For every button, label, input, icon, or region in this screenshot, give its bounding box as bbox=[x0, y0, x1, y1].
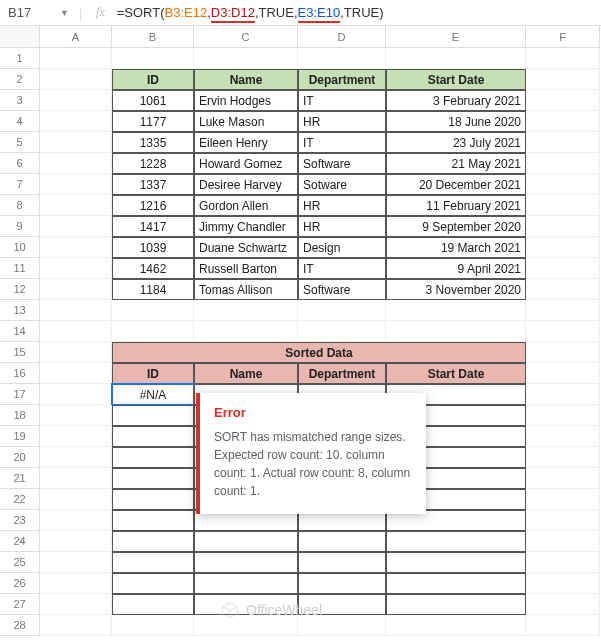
cell[interactable] bbox=[526, 153, 600, 174]
cell[interactable] bbox=[298, 321, 386, 342]
cell[interactable] bbox=[526, 342, 600, 363]
row-header[interactable]: 6 bbox=[0, 153, 40, 174]
cell[interactable] bbox=[112, 300, 194, 321]
cell[interactable] bbox=[298, 48, 386, 69]
cell[interactable]: 1228 bbox=[112, 153, 194, 174]
row-header[interactable]: 7 bbox=[0, 174, 40, 195]
cell[interactable] bbox=[526, 48, 600, 69]
row-header[interactable]: 17 bbox=[0, 384, 40, 405]
cell[interactable] bbox=[526, 573, 600, 594]
cell[interactable] bbox=[40, 489, 112, 510]
cell[interactable] bbox=[526, 531, 600, 552]
cell[interactable] bbox=[298, 300, 386, 321]
cell[interactable]: 1177 bbox=[112, 111, 194, 132]
row-header[interactable]: 3 bbox=[0, 90, 40, 111]
cell[interactable] bbox=[386, 594, 526, 615]
cell[interactable] bbox=[526, 90, 600, 111]
row-header[interactable]: 24 bbox=[0, 531, 40, 552]
cell[interactable]: Sotware bbox=[298, 174, 386, 195]
cell[interactable] bbox=[40, 321, 112, 342]
cell[interactable] bbox=[526, 321, 600, 342]
cell[interactable] bbox=[526, 510, 600, 531]
cell[interactable]: 3 November 2020 bbox=[386, 279, 526, 300]
cell[interactable] bbox=[194, 300, 298, 321]
cell[interactable] bbox=[526, 594, 600, 615]
row-header[interactable]: 21 bbox=[0, 468, 40, 489]
cell[interactable] bbox=[112, 426, 194, 447]
row-header[interactable]: 9 bbox=[0, 216, 40, 237]
cell[interactable] bbox=[526, 279, 600, 300]
row-header[interactable]: 18 bbox=[0, 405, 40, 426]
row-header[interactable]: 2 bbox=[0, 69, 40, 90]
cell[interactable]: ID bbox=[112, 69, 194, 90]
cell[interactable] bbox=[40, 510, 112, 531]
cell[interactable]: 19 March 2021 bbox=[386, 237, 526, 258]
cell[interactable] bbox=[40, 90, 112, 111]
cell[interactable]: 1184 bbox=[112, 279, 194, 300]
cell[interactable] bbox=[194, 615, 298, 636]
cell[interactable]: Eileen Henry bbox=[194, 132, 298, 153]
cell[interactable] bbox=[40, 405, 112, 426]
spreadsheet-grid[interactable]: A B C D E F 12IDNameDepartmentStart Date… bbox=[0, 26, 601, 636]
cell[interactable]: Start Date bbox=[386, 363, 526, 384]
cell[interactable]: Software bbox=[298, 153, 386, 174]
row-header[interactable]: 19 bbox=[0, 426, 40, 447]
cell[interactable] bbox=[526, 195, 600, 216]
cell[interactable] bbox=[40, 363, 112, 384]
cell[interactable] bbox=[40, 468, 112, 489]
name-box-dropdown-icon[interactable]: ▼ bbox=[54, 8, 75, 18]
cell[interactable] bbox=[40, 216, 112, 237]
cell[interactable] bbox=[526, 363, 600, 384]
cell[interactable] bbox=[112, 489, 194, 510]
cell[interactable] bbox=[40, 132, 112, 153]
cell[interactable] bbox=[526, 489, 600, 510]
cell[interactable] bbox=[40, 342, 112, 363]
cell[interactable]: Desiree Harvey bbox=[194, 174, 298, 195]
cell[interactable]: 11 February 2021 bbox=[386, 195, 526, 216]
row-header[interactable]: 13 bbox=[0, 300, 40, 321]
row-header[interactable]: 4 bbox=[0, 111, 40, 132]
cell[interactable]: 23 July 2021 bbox=[386, 132, 526, 153]
row-header[interactable]: 12 bbox=[0, 279, 40, 300]
fx-icon[interactable]: fx bbox=[86, 5, 115, 20]
cell[interactable]: IT bbox=[298, 258, 386, 279]
cell[interactable] bbox=[194, 573, 298, 594]
row-header[interactable]: 26 bbox=[0, 573, 40, 594]
cell[interactable] bbox=[298, 552, 386, 573]
cell[interactable] bbox=[526, 384, 600, 405]
cell[interactable] bbox=[298, 531, 386, 552]
select-all-corner[interactable] bbox=[0, 26, 40, 48]
col-header-C[interactable]: C bbox=[194, 26, 298, 48]
cell[interactable] bbox=[112, 510, 194, 531]
row-header[interactable]: 11 bbox=[0, 258, 40, 279]
row-header[interactable]: 28 bbox=[0, 615, 40, 636]
cell[interactable] bbox=[40, 615, 112, 636]
cell[interactable]: Department bbox=[298, 69, 386, 90]
cell[interactable]: Luke Mason bbox=[194, 111, 298, 132]
cell[interactable] bbox=[386, 321, 526, 342]
cell[interactable] bbox=[298, 573, 386, 594]
cell[interactable] bbox=[194, 552, 298, 573]
col-header-F[interactable]: F bbox=[526, 26, 600, 48]
cell[interactable]: IT bbox=[298, 90, 386, 111]
cell[interactable] bbox=[194, 321, 298, 342]
row-header[interactable]: 20 bbox=[0, 447, 40, 468]
cell[interactable]: 18 June 2020 bbox=[386, 111, 526, 132]
cell[interactable]: Ervin Hodges bbox=[194, 90, 298, 111]
cell[interactable] bbox=[112, 531, 194, 552]
cell[interactable]: Department bbox=[298, 363, 386, 384]
cell[interactable]: Start Date bbox=[386, 69, 526, 90]
cell[interactable] bbox=[40, 279, 112, 300]
cell[interactable]: 1417 bbox=[112, 216, 194, 237]
cell[interactable]: 1337 bbox=[112, 174, 194, 195]
cell[interactable] bbox=[194, 48, 298, 69]
row-header[interactable]: 16 bbox=[0, 363, 40, 384]
cell[interactable]: HR bbox=[298, 111, 386, 132]
col-header-E[interactable]: E bbox=[386, 26, 526, 48]
cell[interactable]: 9 April 2021 bbox=[386, 258, 526, 279]
cell[interactable] bbox=[526, 300, 600, 321]
cell[interactable] bbox=[40, 237, 112, 258]
active-cell[interactable]: #N/A bbox=[112, 384, 194, 405]
cell[interactable] bbox=[526, 405, 600, 426]
cell[interactable] bbox=[386, 552, 526, 573]
